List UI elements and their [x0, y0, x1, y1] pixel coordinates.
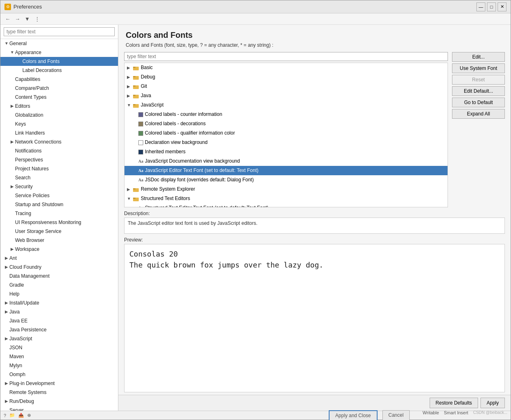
arrow-icon: ▶	[4, 263, 9, 271]
font-item-label: Java	[141, 92, 151, 100]
sidebar-item-java[interactable]: ▶ Java	[0, 307, 118, 316]
sidebar-item-oomph[interactable]: Oomph	[0, 370, 118, 379]
font-tree-item-structured-editor-font[interactable]: Aa Structured Text Editor Text Font (set…	[124, 203, 448, 207]
sidebar-item-json[interactable]: JSON	[0, 343, 118, 352]
sidebar-item-colors-fonts[interactable]: Colors and Fonts	[0, 57, 118, 66]
sidebar-item-run-debug[interactable]: ▶ Run/Debug	[0, 397, 118, 406]
filter-input[interactable]	[4, 27, 115, 36]
font-tree-item-colored-decorations[interactable]: Colored labels - decorations	[124, 119, 448, 128]
font-tree-item-debug[interactable]: ▶ Debug	[124, 72, 448, 82]
sidebar-item-install-update[interactable]: ▶ Install/Update	[0, 298, 118, 307]
sidebar-item-web-browser[interactable]: Web Browser	[0, 236, 118, 245]
sidebar-item-editors[interactable]: ▶ Editors	[0, 102, 118, 111]
apply-button[interactable]: Apply	[480, 398, 505, 408]
back-button[interactable]: ←	[4, 15, 12, 23]
sidebar-item-search[interactable]: Search	[0, 173, 118, 182]
status-bar: ? 📁 📤 ⊕ Apply and Close Cancel Writable …	[0, 411, 511, 420]
font-tree-item-remote-explorer[interactable]: ▶ Remote System Explorer	[124, 185, 448, 194]
expand-arrow: ▼	[127, 101, 133, 109]
go-to-default-button[interactable]: Go to Default	[452, 98, 505, 107]
cancel-button[interactable]: Cancel	[382, 410, 410, 420]
tree-area: ▼ General ▼ Appearance Colors and Fonts	[0, 39, 118, 411]
sidebar-item-ant[interactable]: ▶ Ant	[0, 254, 118, 263]
sidebar-item-help[interactable]: Help	[0, 289, 118, 298]
edit-default-button[interactable]: Edit Default...	[452, 86, 505, 96]
arrow-icon: ▼	[9, 49, 15, 56]
edit-button[interactable]: Edit...	[452, 52, 505, 62]
more-button[interactable]: ⋮	[33, 15, 41, 23]
font-tree-item-java[interactable]: ▶ Java	[124, 91, 448, 100]
sidebar-item-maven[interactable]: Maven	[0, 352, 118, 361]
sidebar-item-server[interactable]: Server	[0, 406, 118, 411]
sidebar-item-javascript[interactable]: ▶ JavaScript	[0, 334, 118, 343]
sidebar-item-perspectives[interactable]: Perspectives	[0, 155, 118, 164]
font-tree-item-js-editor-font[interactable]: Aa JavaScript Editor Text Font (set to d…	[124, 166, 448, 175]
sidebar-item-java-persistence[interactable]: Java Persistence	[0, 325, 118, 334]
sidebar-item-content-types[interactable]: Content Types	[0, 93, 118, 102]
forward-button[interactable]: →	[13, 15, 22, 23]
dropdown-button[interactable]: ▼	[23, 15, 31, 23]
sidebar-item-user-storage[interactable]: User Storage Service	[0, 227, 118, 236]
font-tree-item-basic[interactable]: ▶ Basic	[124, 63, 448, 72]
main-content: ▼ General ▼ Appearance Colors and Fonts	[0, 25, 511, 411]
svg-rect-13	[133, 198, 135, 199]
font-tree-item-inherited-members[interactable]: Inherited members	[124, 147, 448, 157]
reset-button[interactable]: Reset	[452, 75, 505, 85]
sidebar-item-project-natures[interactable]: Project Natures	[0, 164, 118, 173]
sidebar-item-cloud-foundry[interactable]: ▶ Cloud Foundry	[0, 263, 118, 272]
sidebar-item-security[interactable]: ▶ Security	[0, 182, 118, 191]
sidebar-item-ui-responsiveness[interactable]: UI Responsiveness Monitoring	[0, 218, 118, 227]
use-system-font-button[interactable]: Use System Font	[452, 63, 505, 73]
font-tree-item-javascript[interactable]: ▼ JavaScript	[124, 100, 448, 110]
csdn-watermark: CSDN @beiback...	[473, 410, 507, 420]
expand-all-button[interactable]: Expand All	[452, 109, 505, 119]
font-tree-item-colored-counter[interactable]: Colored labels - counter information	[124, 110, 448, 119]
close-button[interactable]: ✕	[498, 2, 507, 11]
font-item-label: Basic	[141, 64, 153, 72]
circle-plus-icon[interactable]: ⊕	[27, 413, 31, 418]
sidebar-item-remote-systems[interactable]: Remote Systems	[0, 388, 118, 397]
font-tree-item-jsdoc-font[interactable]: Aa JSDoc display font (overrides default…	[124, 175, 448, 185]
sidebar-item-keys[interactable]: Keys	[0, 120, 118, 128]
restore-defaults-button[interactable]: Restore Defaults	[430, 398, 478, 408]
sidebar-item-globalization[interactable]: Globalization	[0, 111, 118, 120]
sidebar-item-notifications[interactable]: Notifications	[0, 146, 118, 155]
arrow-icon: ▶	[9, 246, 15, 253]
sidebar-item-general[interactable]: ▼ General	[0, 39, 118, 48]
apply-close-button[interactable]: Apply and Close	[329, 410, 377, 420]
filter-input-wrap	[0, 25, 118, 39]
sidebar-item-capabilities[interactable]: Capabilities	[0, 75, 118, 84]
sidebar-item-label-decorations[interactable]: Label Decorations	[0, 66, 118, 75]
sidebar-item-workspace[interactable]: ▶ Workspace	[0, 245, 118, 254]
sidebar-item-data-management[interactable]: Data Management	[0, 272, 118, 281]
font-tree-item-js-doc-bg[interactable]: Aa JavaScript Documentation view backgro…	[124, 157, 448, 166]
sidebar-item-service-policies[interactable]: Service Policies	[0, 191, 118, 200]
sidebar-item-network-connections[interactable]: ▶ Network Connections	[0, 137, 118, 146]
expand-arrow: ▶	[127, 185, 133, 193]
sidebar-item-appearance[interactable]: ▼ Appearance	[0, 48, 118, 57]
font-filter-input[interactable]	[124, 52, 448, 61]
help-icon[interactable]: ?	[4, 413, 6, 418]
export-icon[interactable]: 📤	[18, 413, 24, 418]
sidebar-item-plug-in-development[interactable]: ▶ Plug-in Development	[0, 379, 118, 388]
font-tree: ▶ Basic ▶ Debug ▶	[124, 63, 448, 207]
maximize-button[interactable]: □	[487, 2, 496, 11]
sidebar-item-mylyn[interactable]: Mylyn	[0, 361, 118, 370]
sidebar-item-java-ee[interactable]: Java EE	[0, 316, 118, 325]
font-tree-item-git[interactable]: ▶ Git	[124, 82, 448, 91]
sidebar-item-tracing[interactable]: Tracing	[0, 209, 118, 218]
expand-arrow: ▶	[127, 64, 133, 72]
sidebar-item-link-handlers[interactable]: Link Handlers	[0, 128, 118, 137]
font-tree-item-declaration-bg[interactable]: Declaration view background	[124, 138, 448, 147]
sidebar-item-compare-patch[interactable]: Compare/Patch	[0, 84, 118, 93]
svg-rect-7	[133, 95, 135, 96]
description-text: The JavaScript editor text font is used …	[128, 220, 258, 226]
svg-rect-11	[133, 188, 135, 189]
font-tree-item-structured-text[interactable]: ▼ Structured Text Editors	[124, 194, 448, 203]
folder-icon[interactable]: 📁	[9, 413, 15, 418]
sidebar-item-startup-shutdown[interactable]: Startup and Shutdown	[0, 200, 118, 209]
sidebar-item-gradle[interactable]: Gradle	[0, 281, 118, 289]
minimize-button[interactable]: —	[476, 2, 485, 11]
arrow-icon: ▶	[4, 398, 9, 405]
font-tree-item-colored-qualifier[interactable]: Colored labels - qualifier information c…	[124, 128, 448, 138]
